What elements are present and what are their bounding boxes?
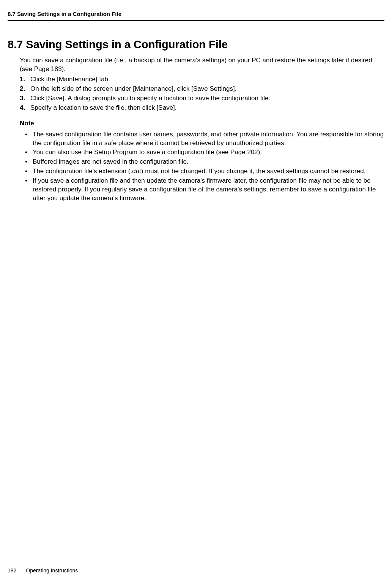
section-title: 8.7 Saving Settings in a Configuration F… bbox=[8, 38, 384, 51]
page: 8.7 Saving Settings in a Configuration F… bbox=[0, 0, 392, 583]
note-item: If you save a configuration file and the… bbox=[20, 177, 384, 203]
notes-list: The saved configuration file contains us… bbox=[20, 130, 384, 203]
note-item: The saved configuration file contains us… bbox=[20, 130, 384, 148]
note-heading: Note bbox=[20, 119, 384, 128]
step-item: Click [Save]. A dialog prompts you to sp… bbox=[20, 94, 384, 103]
running-header: 8.7 Saving Settings in a Configuration F… bbox=[8, 11, 384, 17]
step-item: Specify a location to save the file, the… bbox=[20, 104, 384, 112]
page-number: 182 bbox=[8, 567, 21, 574]
intro-paragraph: You can save a configuration file (i.e.,… bbox=[20, 56, 384, 74]
note-item: You can also use the Setup Program to sa… bbox=[20, 148, 384, 157]
footer-title: Operating Instructions bbox=[26, 567, 78, 574]
header-rule bbox=[8, 20, 384, 21]
note-item: Buffered images are not saved in the con… bbox=[20, 158, 384, 166]
page-footer: 182Operating Instructions bbox=[8, 567, 78, 574]
steps-list: Click the [Maintenance] tab. On the left… bbox=[20, 75, 384, 112]
note-item: The configuration file's extension (.dat… bbox=[20, 167, 384, 176]
step-item: Click the [Maintenance] tab. bbox=[20, 75, 384, 84]
body-block: You can save a configuration file (i.e.,… bbox=[8, 56, 384, 203]
step-item: On the left side of the screen under [Ma… bbox=[20, 85, 384, 93]
